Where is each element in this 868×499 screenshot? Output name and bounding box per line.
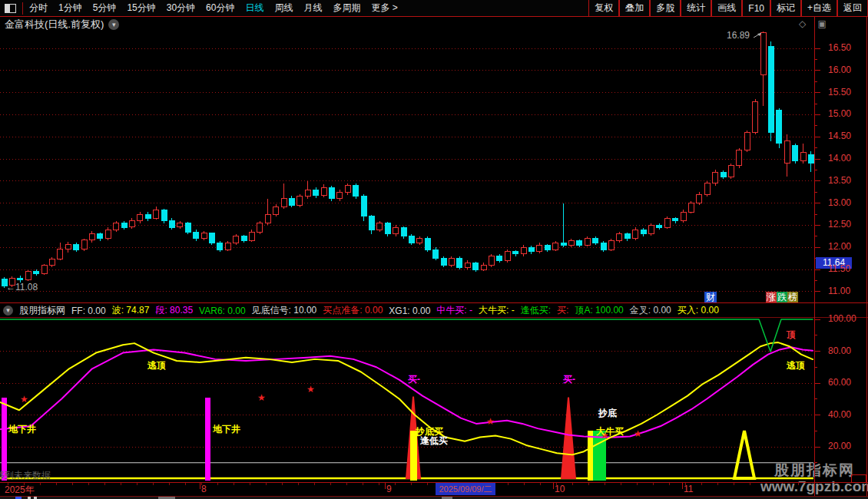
indicator-label-地下井: 地下井 (213, 423, 240, 436)
ind-tick-label: 60.00 (828, 377, 851, 388)
axis-frame-left (814, 16, 815, 496)
high-annotation: 16.89 (727, 30, 750, 41)
ind-tick-label: 40.00 (828, 409, 851, 420)
separator-indicator-axis (0, 482, 868, 483)
param-顶A: 顶A: 100.00 (575, 304, 623, 317)
indicator-label-逢低买: 逢低买 (420, 435, 448, 448)
price-tick-label: 11.50 (828, 263, 850, 274)
time-label-11: 11 (684, 484, 693, 494)
zdb-char: 跌 (777, 292, 787, 302)
param-FF: FF: 0.00 (71, 306, 106, 316)
indicator-label-买-: 买- (563, 373, 575, 386)
price-tick-label: 16.00 (828, 64, 851, 75)
price-tick-label: 12.00 (828, 241, 851, 252)
scroll-indicator[interactable] (851, 474, 866, 483)
star-icon: ★ (20, 395, 28, 404)
indicator-label-逃顶: 逃顶 (787, 359, 805, 372)
indicator-chevron-icon[interactable]: ▾ (3, 306, 13, 316)
main-chart-canvas[interactable] (0, 0, 868, 499)
cai-badge[interactable]: 财 (704, 292, 717, 302)
axis-frame-right (866, 16, 867, 496)
price-tick-label: 15.50 (828, 87, 851, 97)
time-label-9: 9 (386, 484, 392, 494)
time-label-2025年: 2025年 (5, 484, 35, 497)
time-label-10: 10 (555, 484, 565, 494)
price-tick-label: 14.00 (828, 153, 851, 164)
param-VAR6: VAR6: 0.00 (199, 306, 245, 316)
price-tick-label: 12.50 (828, 219, 851, 230)
trading-app-window: 分时1分钟5分钟15分钟30分钟60分钟日线周线月线多周期更多 > 复权叠加多股… (0, 0, 868, 499)
indicator-label-大牛买: 大牛买 (596, 425, 624, 438)
star-icon: ★ (634, 429, 642, 438)
price-tick-label: 15.00 (828, 108, 851, 119)
zdb-char: 榜 (787, 292, 798, 302)
zhangdiebang-badge[interactable]: 涨跌榜 (766, 292, 798, 302)
indicator-label-抄底: 抄底 (598, 407, 617, 420)
ind-tick-label: 100.00 (828, 313, 856, 324)
date-cursor: 2025/09/09/二 (436, 483, 495, 495)
ind-tick-label: 80.00 (828, 345, 851, 356)
price-tick-label: 14.50 (828, 131, 851, 141)
zdb-char: 涨 (766, 292, 777, 302)
param-段: 段: 80.35 (155, 304, 193, 317)
param-金叉: 金叉: 0.00 (630, 304, 671, 317)
price-tick-label: 13.50 (828, 175, 851, 186)
low-annotation: ←11.08 (6, 282, 38, 292)
future-data-text: 移到未来数据 (0, 469, 51, 482)
star-icon: ★ (486, 417, 495, 426)
param-中牛买: 中牛买: - (436, 304, 472, 317)
ind-tick-label: 20.00 (828, 441, 851, 451)
param-见底信号: 见底信号: 10.00 (252, 304, 317, 317)
time-label-8: 8 (201, 484, 207, 494)
star-icon: ★ (257, 393, 266, 402)
separator-main-indicator (0, 302, 868, 303)
param-股朋指标网: 股朋指标网 (19, 304, 65, 317)
param-大牛买: 大牛买: - (479, 304, 515, 317)
separator-param-bottom (0, 317, 868, 318)
indicator-label-地下井: 地下井 (8, 423, 36, 436)
indicator-param-row: ▾ 股朋指标网FF: 0.00波: 74.87段: 80.35VAR6: 0.0… (0, 304, 868, 317)
indicator-label-逃顶: 逃顶 (147, 359, 166, 372)
price-tick-label: 13.00 (828, 197, 851, 208)
param-买入: 买入: 0.00 (678, 304, 719, 317)
param-买: 买: (557, 304, 568, 317)
param-买点准备: 买点准备: 0.00 (323, 304, 383, 317)
param-波: 波: 74.87 (112, 304, 150, 317)
star-icon: ★ (306, 385, 315, 394)
price-tick-label: 16.50 (828, 42, 851, 53)
price-tick-label: 11.00 (828, 286, 850, 296)
indicator-label-顶: 顶 (787, 329, 796, 342)
param-逢低买: 逢低买: (521, 304, 551, 317)
param-XG1: XG1: 0.00 (389, 306, 430, 316)
indicator-label-买-: 买- (408, 373, 420, 386)
